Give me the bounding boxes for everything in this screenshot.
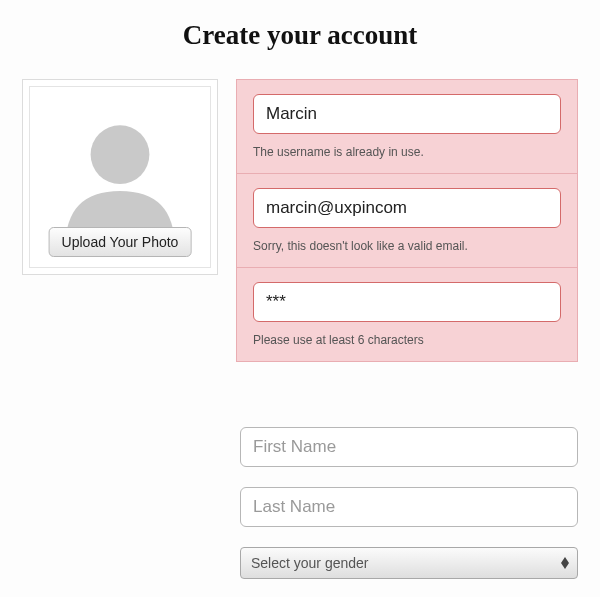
gender-select-label: Select your gender [251, 555, 369, 571]
upload-photo-button[interactable]: Upload Your Photo [49, 227, 192, 257]
first-name-row [240, 427, 578, 467]
photo-placeholder: Upload Your Photo [29, 86, 211, 268]
first-name-input[interactable] [240, 427, 578, 467]
photo-column: Upload Your Photo [22, 79, 218, 275]
username-block: The username is already in use. [236, 79, 578, 174]
last-name-row [240, 487, 578, 527]
password-block: Please use at least 6 characters [236, 267, 578, 362]
email-block: Sorry, this doesn't look like a valid em… [236, 173, 578, 268]
gender-select[interactable]: Select your gender [240, 547, 578, 579]
error-fields-column: The username is already in use. Sorry, t… [236, 79, 578, 361]
password-input[interactable] [253, 282, 561, 322]
select-arrows-icon [561, 557, 569, 569]
email-error: Sorry, this doesn't look like a valid em… [253, 239, 561, 253]
form-upper: Upload Your Photo The username is alread… [0, 79, 600, 361]
username-error: The username is already in use. [253, 145, 561, 159]
svg-point-0 [91, 125, 150, 184]
avatar-icon [50, 107, 190, 247]
username-input[interactable] [253, 94, 561, 134]
last-name-input[interactable] [240, 487, 578, 527]
form-lower: Select your gender [0, 361, 600, 579]
password-error: Please use at least 6 characters [253, 333, 561, 347]
gender-row: Select your gender [240, 547, 578, 579]
page-title: Create your account [0, 0, 600, 79]
email-input[interactable] [253, 188, 561, 228]
photo-frame: Upload Your Photo [22, 79, 218, 275]
